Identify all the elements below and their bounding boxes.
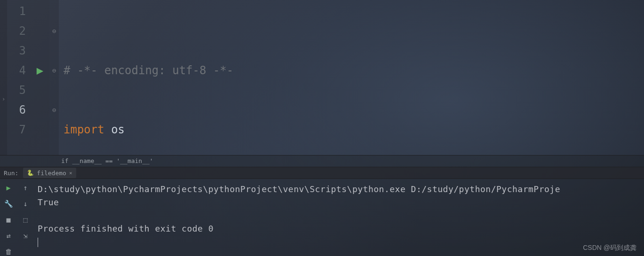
run-gutter: ▶ [31, 0, 49, 155]
close-icon[interactable]: × [69, 170, 72, 176]
code-editor[interactable]: › 1 2 3 4 5 6 7 ▶ ⊖ ⊖ ⊖ # -*- [0, 0, 644, 155]
left-edge-gutter: › [0, 0, 7, 155]
line-number: 1 [7, 1, 26, 21]
line-number: 6 [7, 100, 26, 120]
python-icon: 🐍 [27, 170, 34, 176]
rerun-icon[interactable]: ▶ [6, 184, 10, 192]
restart-icon[interactable]: ⇄ [6, 232, 10, 240]
expand-gutter-icon[interactable]: › [2, 96, 5, 102]
run-line-icon[interactable]: ▶ [31, 61, 49, 80]
line-number: 2 [7, 21, 26, 41]
output-line: Process finished with exit code 0 [38, 224, 214, 233]
trash-icon[interactable]: 🗑 [5, 248, 12, 256]
fold-gutter: ⊖ ⊖ ⊖ [49, 0, 59, 155]
run-toolwindow-header: Run: 🐍 filedemo × [0, 167, 644, 179]
console-nav-gutter: ↑ ↓ ⬚ ⇲ [17, 179, 34, 256]
caret [38, 238, 38, 247]
console-output[interactable]: D:\study\python\PycharmProjects\pythonPr… [34, 179, 644, 256]
line-number: 4 [7, 61, 26, 80]
breadcrumb[interactable]: if __name__ == '__main__' [0, 155, 644, 167]
output-line: D:\study\python\PycharmProjects\pythonPr… [38, 184, 560, 194]
console-action-gutter: ▶ 🔧 ■ ⇄ 🗑 [0, 179, 17, 256]
line-number-gutter: 1 2 3 4 5 6 7 [7, 0, 31, 155]
line-number: 3 [7, 41, 26, 61]
watermark: CSDN @码到成龚 [583, 244, 636, 252]
wrench-icon[interactable]: 🔧 [4, 200, 13, 208]
breadcrumb-text: if __name__ == '__main__' [61, 157, 153, 164]
line-number: 7 [7, 120, 26, 140]
run-label: Run: [4, 170, 18, 177]
stop-icon[interactable]: ■ [6, 216, 10, 224]
down-icon[interactable]: ↓ [23, 200, 27, 208]
output-line: True [38, 197, 59, 207]
down-icon[interactable]: ⬚ [23, 216, 27, 224]
fold-icon[interactable]: ⊖ [49, 21, 59, 41]
keyword: import [64, 123, 104, 136]
misc-icon[interactable]: ⇲ [23, 232, 27, 240]
fold-end-icon[interactable]: ⊖ [49, 100, 59, 120]
up-icon[interactable]: ↑ [23, 184, 27, 192]
module-name: os [111, 123, 125, 136]
line-number: 5 [7, 80, 26, 100]
code-line: # -*- encoding: utf-8 -*- [64, 61, 644, 80]
run-console: ▶ 🔧 ■ ⇄ 🗑 ↑ ↓ ⬚ ⇲ D:\study\python\Pychar… [0, 179, 644, 256]
run-tab-name: filedemo [37, 170, 66, 177]
code-text-area[interactable]: # -*- encoding: utf-8 -*- import os impo… [59, 0, 644, 155]
comment-text: # -*- encoding: utf-8 -*- [64, 64, 233, 77]
code-line: import os [64, 120, 644, 140]
run-tab[interactable]: 🐍 filedemo × [23, 168, 76, 178]
fold-icon[interactable]: ⊖ [49, 61, 59, 80]
